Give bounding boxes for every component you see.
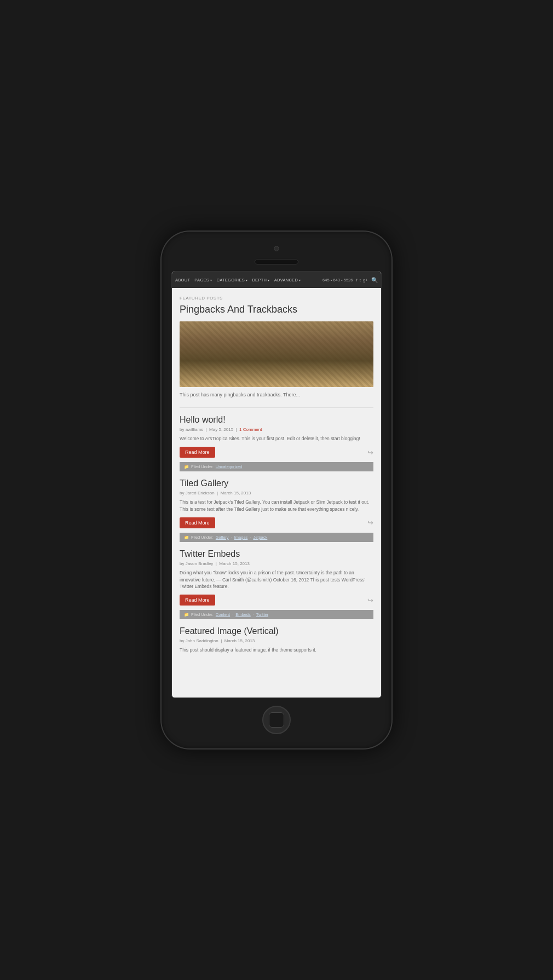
phone-bottom-bar [171, 698, 382, 739]
post-3-filed-under: 📁 Filed Under: Content · Embeds · Twitte… [180, 610, 373, 619]
post-3-tag-2[interactable]: Twitter [256, 612, 268, 617]
post-2-tag-0[interactable]: Gallery [216, 535, 229, 540]
post-3-meta: by Jason Bradley | March 15, 2013 [180, 561, 373, 566]
post-1-share-icon[interactable]: ↪ [367, 448, 373, 457]
post-4-meta: by John Saddington | March 15, 2013 [180, 638, 373, 643]
post-tiled-gallery: Tiled Gallery by Jared Erickson | March … [180, 478, 373, 542]
phone-camera [274, 246, 279, 251]
post-1-title: Hello world! [180, 414, 373, 425]
phone-top-bar [171, 241, 382, 271]
post-2-share-icon[interactable]: ↪ [367, 518, 373, 527]
post-2-footer: Read More ↪ [180, 517, 373, 528]
post-1-filed-under: 📁 Filed Under: Uncategorized [180, 462, 373, 471]
folder-icon: 📁 [184, 464, 189, 469]
post-2-tag-1[interactable]: Images [234, 535, 248, 540]
depth-arrow-icon: ▾ [268, 278, 269, 282]
search-icon[interactable]: 🔍 [371, 277, 378, 283]
post-1-tag-0[interactable]: Uncategorized [216, 464, 242, 469]
post-2-read-more[interactable]: Read More [180, 517, 215, 528]
nav-depth[interactable]: DEPTH ▾ [252, 278, 269, 283]
nav-about[interactable]: ABOUT [175, 278, 190, 283]
post-twitter-embeds: Twitter Embeds by Jason Bradley | March … [180, 549, 373, 619]
post-1-comments[interactable]: 1 Comment [239, 427, 262, 432]
nav-pages[interactable]: PAGES ▾ [194, 278, 212, 283]
post-4-title: Featured Image (Vertical) [180, 626, 373, 636]
nav-dimensions: 645 • 643 • 5526 [322, 278, 353, 283]
post-2-excerpt: This is a test for Jetpack's Tiled Galle… [180, 499, 373, 513]
featured-image [180, 321, 373, 387]
nav-right: 645 • 643 • 5526 f t g+ 🔍 [322, 277, 378, 283]
twitter-icon[interactable]: t [360, 278, 361, 283]
advanced-arrow-icon: ▾ [299, 278, 301, 282]
post-3-tag-1[interactable]: Embeds [235, 612, 251, 617]
phone-screen[interactable]: ABOUT PAGES ▾ CATEGORIES ▾ DEPTH ▾ ADVAN… [171, 271, 382, 698]
home-button[interactable] [262, 706, 291, 734]
post-2-title: Tiled Gallery [180, 478, 373, 488]
post-4-excerpt: This post should display a featured imag… [180, 647, 373, 654]
nav-bar: ABOUT PAGES ▾ CATEGORIES ▾ DEPTH ▾ ADVAN… [172, 272, 381, 288]
facebook-icon[interactable]: f [356, 278, 357, 283]
post-1-excerpt: Welcome to ArsTropica Sites. This is you… [180, 435, 373, 442]
featured-title: Pingbacks And Trackbacks [180, 304, 373, 316]
post-featured-image-vertical: Featured Image (Vertical) by John Saddin… [180, 626, 373, 654]
nav-categories[interactable]: CATEGORIES ▾ [216, 278, 247, 283]
categories-arrow-icon: ▾ [246, 278, 247, 282]
post-3-read-more[interactable]: Read More [180, 595, 215, 606]
main-content: FEATURED POSTS Pingbacks And Trackbacks … [172, 288, 381, 666]
folder-icon-2: 📁 [184, 535, 189, 540]
post-3-footer: Read More ↪ [180, 595, 373, 606]
phone-device: ABOUT PAGES ▾ CATEGORIES ▾ DEPTH ▾ ADVAN… [162, 232, 391, 748]
post-1-meta: by awilliams | May 5, 2015 | 1 Comment [180, 427, 373, 432]
post-2-meta: by Jared Erickson | March 15, 2013 [180, 491, 373, 495]
post-1-footer: Read More ↪ [180, 447, 373, 458]
post-3-tag-0[interactable]: Content [216, 612, 230, 617]
featured-desc: This post has many pingbacks and trackba… [180, 391, 373, 399]
pages-arrow-icon: ▾ [210, 278, 212, 282]
folder-icon-3: 📁 [184, 612, 189, 617]
nav-social: f t g+ [356, 278, 368, 283]
post-3-excerpt: Doing what you "know" locks you in a pri… [180, 569, 373, 590]
divider-1 [180, 407, 373, 408]
nav-advanced[interactable]: ADVANCED ▾ [274, 278, 301, 283]
featured-post: FEATURED POSTS Pingbacks And Trackbacks … [180, 296, 373, 399]
post-2-tag-2[interactable]: Jetpack [253, 535, 267, 540]
phone-speaker [255, 259, 298, 264]
post-3-title: Twitter Embeds [180, 549, 373, 559]
post-hello-world: Hello world! by awilliams | May 5, 2015 … [180, 414, 373, 471]
home-button-inner [269, 712, 284, 728]
featured-label: FEATURED POSTS [180, 296, 373, 301]
post-3-share-icon[interactable]: ↪ [367, 596, 373, 604]
nav-left: ABOUT PAGES ▾ CATEGORIES ▾ DEPTH ▾ ADVAN… [175, 278, 322, 283]
google-icon[interactable]: g+ [363, 278, 368, 283]
post-1-read-more[interactable]: Read More [180, 447, 215, 458]
post-2-filed-under: 📁 Filed Under: Gallery · Images · Jetpac… [180, 533, 373, 542]
